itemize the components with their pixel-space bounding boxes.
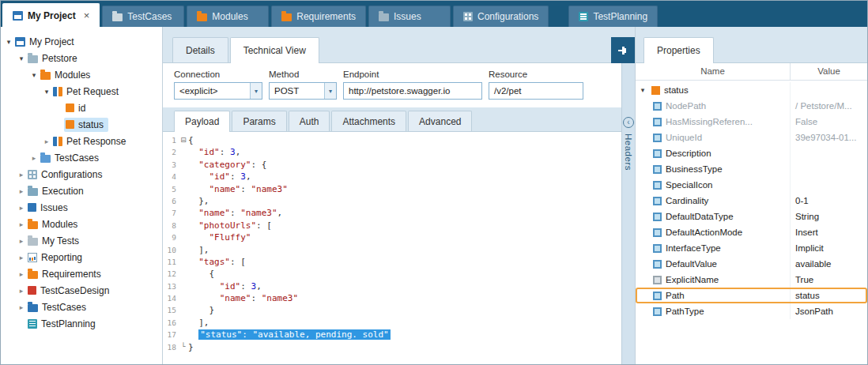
pin-panel-button[interactable] <box>611 37 635 63</box>
code-line-12: 12 { <box>163 268 621 280</box>
tree-item-my-tests[interactable]: ▸My Tests <box>1 232 162 249</box>
tree-expanded-icon[interactable]: ▾ <box>29 71 39 79</box>
tab-auth[interactable]: Auth <box>289 111 330 131</box>
property-row-uniqueid[interactable]: UniqueId39e97034-01... <box>636 130 867 145</box>
resource-input[interactable]: /v2/pet <box>489 82 583 100</box>
property-row-path[interactable]: Pathstatus <box>636 288 867 303</box>
tree-item-issues[interactable]: ▸Issues <box>1 199 162 216</box>
tree-item-testcases[interactable]: ▸TestCases <box>1 299 162 315</box>
tree-item-testplanning[interactable]: TestPlanning <box>1 315 162 332</box>
property-row-description[interactable]: Description <box>636 145 867 161</box>
tree-collapsed-icon[interactable]: ▸ <box>17 237 26 245</box>
top-tab-issues[interactable]: Issues <box>368 6 451 27</box>
project-icon <box>13 11 23 21</box>
detail-tabs: DetailsTechnical View <box>172 37 321 62</box>
tree-item-modules[interactable]: ▸Modules <box>1 216 162 232</box>
expand-headers-icon[interactable]: ‹ <box>623 117 634 128</box>
top-tab-requirements[interactable]: Requirements <box>271 6 366 27</box>
tree-item-content: TestCaseDesign <box>26 284 114 298</box>
my-tests-folder-icon <box>28 238 38 246</box>
property-row-specialicon[interactable]: SpecialIcon <box>636 177 867 193</box>
property-row-interfacetype[interactable]: InterfaceTypeImplicit <box>636 240 867 256</box>
tab-technical-view[interactable]: Technical View <box>230 37 319 63</box>
tree-collapsed-icon[interactable]: ▸ <box>17 187 26 195</box>
code-line-14: 14 "name": "name3" <box>163 292 621 304</box>
property-row-status[interactable]: ▾status <box>636 82 867 98</box>
tree-collapsed-icon[interactable]: ▸ <box>17 171 26 179</box>
top-tab-label: Configurations <box>477 11 538 22</box>
top-tab-my-project[interactable]: My Project× <box>2 3 100 27</box>
line-number: 5 <box>163 183 179 195</box>
property-row-explicitname[interactable]: ExplicitNameTrue <box>636 272 867 288</box>
testcases-folder-icon <box>112 13 123 21</box>
payload-tab-strip: PayloadParamsAuthAttachmentsAdvanced <box>163 107 621 132</box>
connection-select[interactable]: <explicit>▾ <box>174 82 262 100</box>
top-tab-configurations[interactable]: Configurations <box>453 6 549 27</box>
line-number: 11 <box>163 256 179 268</box>
endpoint-input[interactable]: http://petstore.swagger.io <box>343 82 482 100</box>
tree-collapsed-icon[interactable]: ▸ <box>42 137 51 145</box>
tab-params[interactable]: Params <box>232 111 286 131</box>
tree-item-petstore[interactable]: ▾Petstore <box>1 50 162 66</box>
tree-item-status[interactable]: status <box>1 116 162 133</box>
property-row-pathtype[interactable]: PathTypeJsonPath <box>636 303 867 319</box>
property-row-businesstype[interactable]: BusinessType <box>636 161 867 177</box>
property-row-defaultdatatype[interactable]: DefaultDataTypeString <box>636 209 867 224</box>
method-select[interactable]: POST▾ <box>269 82 337 100</box>
tree-item-testcases[interactable]: ▸TestCases <box>1 149 162 166</box>
tree-collapsed-icon[interactable]: ▸ <box>17 287 26 295</box>
close-tab-icon[interactable]: × <box>84 9 90 21</box>
tree-item-label: Modules <box>42 219 77 230</box>
tree-expanded-icon[interactable]: ▾ <box>638 86 647 94</box>
testplanning-icon <box>28 319 37 329</box>
tree-item-my-project[interactable]: ▾My Project <box>1 33 162 50</box>
property-row-hasmissingreferen[interactable]: HasMissingReferen...False <box>636 114 867 130</box>
top-tab-testplanning[interactable]: TestPlanning <box>568 6 658 27</box>
tree-expanded-icon[interactable]: ▾ <box>4 38 13 46</box>
property-row-nodepath[interactable]: NodePath/ Petstore/M... <box>636 98 867 114</box>
tree-expanded-icon[interactable]: ▾ <box>42 88 51 96</box>
tree-collapsed-icon[interactable]: ▸ <box>17 254 26 262</box>
tree-collapsed-icon[interactable]: ▸ <box>17 303 26 311</box>
tree-item-requirements[interactable]: ▸Requirements <box>1 265 162 282</box>
tree-collapsed-icon[interactable]: ▸ <box>17 204 26 212</box>
tree-expanded-icon[interactable]: ▾ <box>17 55 26 62</box>
tree-item-reporting[interactable]: ▸Reporting <box>1 249 162 265</box>
tree-item-modules[interactable]: ▾Modules <box>1 66 162 83</box>
property-value: / Petstore/M... <box>791 101 867 111</box>
line-number: 3 <box>163 159 179 171</box>
fold-icon[interactable]: └ <box>179 341 188 353</box>
property-name: BusinessType <box>666 164 723 174</box>
top-tab-testcases[interactable]: TestCases <box>102 6 184 27</box>
tree-item-content: TestPlanning <box>26 317 100 331</box>
tree-item-testcasedesign[interactable]: ▸TestCaseDesign <box>1 282 162 299</box>
tree-collapsed-icon[interactable]: ▸ <box>29 154 39 162</box>
property-icon <box>653 118 662 126</box>
property-row-defaultactionmode[interactable]: DefaultActionModeInsert <box>636 224 867 240</box>
tab-advanced[interactable]: Advanced <box>408 111 472 131</box>
property-row-cardinality[interactable]: Cardinality0-1 <box>636 193 867 209</box>
tree-item-configurations[interactable]: ▸Configurations <box>1 166 162 182</box>
tab-properties[interactable]: Properties <box>643 37 714 63</box>
tree-item-execution[interactable]: ▸Execution <box>1 182 162 199</box>
tab-details[interactable]: Details <box>172 37 228 62</box>
column-header-value: Value <box>791 63 867 80</box>
tree-item-pet-request[interactable]: ▾Pet Request <box>1 83 162 100</box>
tree-collapsed-icon[interactable]: ▸ <box>17 220 26 228</box>
headers-tab[interactable]: Headers <box>624 134 633 171</box>
property-value: 39e97034-01... <box>791 133 867 142</box>
fold-icon[interactable]: ⊟ <box>179 134 188 146</box>
fold-column <box>179 195 188 207</box>
top-tab-modules[interactable]: Modules <box>187 6 269 27</box>
property-row-defaultvalue[interactable]: DefaultValueavailable <box>636 256 867 272</box>
tree-item-pet-response[interactable]: ▸Pet Response <box>1 133 162 149</box>
tree-item-id[interactable]: id <box>1 100 162 116</box>
property-icon <box>653 292 662 300</box>
tree-item-content: id <box>64 101 90 115</box>
payload-editor[interactable]: 1⊟{2 "id": 3,3 "category": {4 "id": 3,5 … <box>163 132 621 364</box>
property-name: Path <box>666 291 685 300</box>
tree-collapsed-icon[interactable]: ▸ <box>17 270 26 278</box>
testcasedesign-icon <box>28 286 36 295</box>
tab-payload[interactable]: Payload <box>174 111 230 132</box>
tab-attachments[interactable]: Attachments <box>331 111 406 131</box>
